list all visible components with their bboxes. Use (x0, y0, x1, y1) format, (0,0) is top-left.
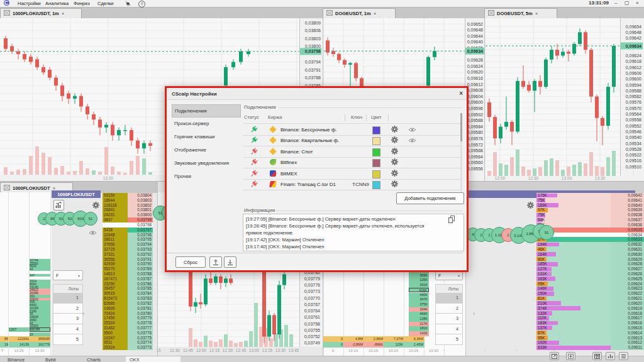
chart-view-icon[interactable] (606, 352, 615, 360)
menu-item-настройки[interactable]: Настройки (18, 1, 41, 6)
bid-row[interactable]: 327250,03793 (103, 247, 153, 252)
floki-dom-gear-icon[interactable] (92, 200, 99, 211)
sidebar-item-3[interactable]: Отображение (172, 144, 240, 156)
lots-collapse-handle[interactable]: › (473, 310, 475, 317)
ask-row[interactable]: 44K0,09636 (536, 222, 644, 228)
connection-row-1[interactable]: Binance: Квартальные ф. (243, 135, 460, 146)
connection-settings-gear-icon[interactable] (391, 170, 398, 178)
doge-dom-ladder[interactable]: 175K0,0964275K0,09641189K0,0964097K0,096… (536, 193, 644, 350)
bid-row[interactable]: 102470,03775 (103, 336, 153, 341)
best-bid-row[interactable]: 54380,03797 (103, 228, 153, 233)
connection-settings-gear-icon[interactable] (391, 158, 398, 167)
color-swatch[interactable] (372, 148, 380, 156)
bid-row[interactable]: 232900,03786 (103, 282, 153, 287)
connection-row-2[interactable]: Binance: Спот (243, 146, 460, 157)
table-scrollbar[interactable] (460, 113, 462, 192)
minimize-button[interactable]: – (614, 0, 617, 6)
lots-value-1[interactable]: 1 (435, 293, 463, 304)
ask-row[interactable]: 189K0,09640 (536, 203, 644, 208)
sidebar-item-0[interactable]: Подключения (172, 104, 241, 118)
floki-dom-eye-icon[interactable] (89, 227, 97, 238)
color-swatch[interactable] (372, 170, 380, 178)
last-price-row[interactable]: 0,03798 (103, 222, 153, 228)
bid-row[interactable]: 2674710,03787 (103, 277, 153, 282)
ask-row[interactable]: 75K0,09641 (536, 198, 644, 203)
bid-row[interactable]: 253240,03773 (103, 345, 153, 350)
info-log[interactable]: [19:27:05] [Binance: Бессрочные ф.] Серв… (243, 214, 464, 251)
color-swatch[interactable] (372, 159, 380, 167)
bid-row[interactable]: 192K0,09612 (536, 340, 644, 345)
bid-row[interactable]: 429390,03790 (103, 261, 153, 266)
workspace-tab-okx[interactable]: OKX (126, 356, 180, 362)
doge-dom-gear-icon[interactable] (527, 200, 534, 211)
bid-row[interactable]: 81K0,09621 (536, 296, 644, 301)
help-icon[interactable]: ? (138, 1, 145, 8)
connection-row-3[interactable]: Bitfinex (243, 157, 460, 168)
best-bid-row[interactable]: 67K0,09633 (536, 237, 644, 242)
dialog-close-icon[interactable]: × (459, 90, 463, 97)
bid-row[interactable]: 87K0,09614 (536, 331, 644, 336)
bid-row[interactable]: 150K0,09622 (536, 291, 644, 296)
dialog-title-bar[interactable]: CScalp Настройки × (167, 88, 467, 100)
lots-value-5[interactable]: 5 (53, 334, 83, 345)
ask-row[interactable]: 54K0,09637 (536, 217, 644, 222)
connection-settings-gear-icon[interactable] (391, 180, 398, 189)
ask-row[interactable]: 186440,03803 (103, 198, 153, 203)
bid-row[interactable]: 183K0,09616 (536, 321, 644, 326)
bid-row[interactable]: 326480,03796 (103, 233, 153, 238)
ask-row[interactable]: 97K0,09639 (536, 207, 644, 212)
lots-value-3[interactable]: 3 (53, 314, 83, 324)
ask-row[interactable]: 75K0,09638 (536, 212, 644, 217)
best-ask-row[interactable]: 98370,03799 (103, 217, 153, 222)
menu-item-сделки[interactable]: Сделки (97, 1, 114, 6)
connection-row-0[interactable]: Binance: Бессрочные ф. (243, 124, 460, 135)
ask-row[interactable]: 242910,03800 (103, 212, 153, 217)
bid-row[interactable]: 137K0,09615 (536, 326, 644, 331)
ask-row[interactable]: 931590,03804 (103, 193, 153, 198)
floki-dom-ladder[interactable]: 931590,03804186440,038032281180,03802268… (103, 193, 150, 350)
table-view-icon[interactable] (592, 352, 602, 360)
floki-dom-header[interactable]: 1000FLOKIUSDT (52, 190, 101, 198)
bid-row[interactable]: 146950,03781 (103, 306, 153, 311)
bid-row[interactable]: 386110,03795 (103, 237, 153, 242)
bid-row[interactable]: 374K0,09619 (536, 306, 644, 311)
sidebar-item-2[interactable]: Горячие клавиши (172, 131, 240, 143)
bid-row[interactable]: 633K0,09611 (536, 345, 644, 350)
workspace-tab-bybit[interactable]: Bybit (42, 356, 60, 362)
workspace-tab-charts[interactable]: Charts (83, 356, 104, 362)
bid-row[interactable]: 210K0,09620 (536, 301, 644, 306)
lots-value-4[interactable]: 4 (53, 324, 83, 335)
copy-log-icon[interactable] (448, 216, 455, 224)
bid-row[interactable]: 163K0,09625 (536, 277, 644, 282)
bid-row[interactable]: 132K0,09618 (536, 311, 644, 316)
feed-select[interactable]: F▾ (53, 270, 83, 280)
close-button[interactable]: × (636, 0, 639, 6)
bid-row[interactable]: 552700,03789 (103, 266, 153, 272)
bid-row[interactable]: 148130,03788 (103, 272, 153, 277)
ask-row[interactable]: 175K0,09642 (536, 193, 644, 198)
workspace-tab-binance[interactable]: Binance (4, 356, 28, 362)
tab-close-icon[interactable]: × (62, 11, 65, 16)
lots-value-3[interactable]: 3 (435, 314, 463, 324)
bid-row[interactable]: 95K0,09613 (536, 336, 644, 341)
bid-row[interactable]: 373310,03792 (103, 252, 153, 257)
reset-button[interactable]: Сброс (175, 256, 206, 268)
connection-settings-gear-icon[interactable] (391, 148, 398, 156)
mute-notifications-icon[interactable] (125, 1, 131, 8)
color-swatch[interactable] (372, 126, 380, 134)
lots-value-4[interactable]: 4 (435, 324, 463, 335)
ask-row[interactable]: 2281180,03802 (103, 203, 153, 208)
ask-row[interactable]: 268410,03801 (103, 207, 153, 212)
tab-doge-1m[interactable]: DOGEUSDT, 1m × (323, 8, 396, 18)
lots-value-2[interactable]: 2 (53, 304, 83, 314)
bid-row[interactable]: 95000,03776 (103, 331, 153, 336)
lots-value-1[interactable]: 1 (53, 293, 83, 304)
color-swatch[interactable] (372, 181, 380, 189)
bid-row[interactable]: 110K0,09617 (536, 315, 644, 321)
bid-row[interactable]: 46K0,09631 (536, 247, 644, 252)
bid-row[interactable]: 194K0,09632 (536, 242, 644, 247)
lots-value-5[interactable]: 5 (435, 334, 463, 345)
bid-row[interactable]: 164K0,09630 (536, 252, 644, 257)
menu-item-финрез[interactable]: Финрез (74, 1, 90, 6)
connection-row-5[interactable]: Finam: Transaq C-tor D1TCNN9 (243, 179, 460, 190)
